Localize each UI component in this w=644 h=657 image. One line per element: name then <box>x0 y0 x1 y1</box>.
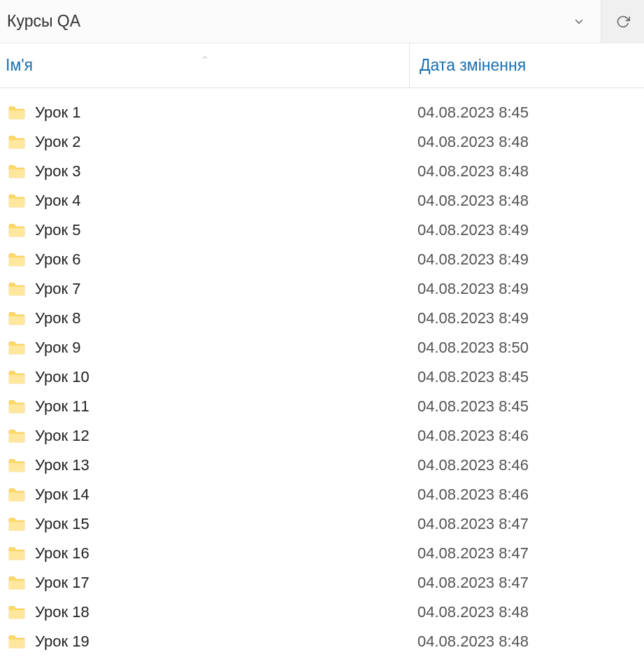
file-date: 04.08.2023 8:48 <box>417 603 644 621</box>
list-item[interactable]: Урок 204.08.2023 8:48 <box>0 127 644 157</box>
file-date: 04.08.2023 8:49 <box>417 250 644 269</box>
file-name: Урок 9 <box>35 339 80 357</box>
list-item[interactable]: Урок 1304.08.2023 8:46 <box>0 451 644 480</box>
folder-icon <box>8 341 25 355</box>
list-item[interactable]: Урок 604.08.2023 8:49 <box>0 245 644 274</box>
folder-icon <box>8 458 25 472</box>
file-name: Урок 12 <box>35 427 90 445</box>
folder-icon <box>8 106 25 120</box>
list-item[interactable]: Урок 1904.08.2023 8:48 <box>0 627 644 656</box>
folder-icon <box>8 635 25 649</box>
file-name-cell: Урок 10 <box>0 368 417 386</box>
column-date-label: Дата змінення <box>420 56 526 75</box>
file-date: 04.08.2023 8:50 <box>417 339 644 357</box>
folder-icon <box>8 488 25 502</box>
file-name-cell: Урок 9 <box>0 339 417 357</box>
file-name: Урок 13 <box>35 456 90 474</box>
file-name-cell: Урок 17 <box>0 574 417 592</box>
file-name-cell: Урок 5 <box>0 221 417 239</box>
folder-icon <box>8 400 25 414</box>
list-item[interactable]: Урок 1004.08.2023 8:45 <box>0 362 644 392</box>
file-date: 04.08.2023 8:49 <box>417 280 644 298</box>
file-name-cell: Урок 19 <box>0 633 417 651</box>
refresh-icon <box>616 15 630 29</box>
file-name: Урок 11 <box>35 397 90 416</box>
list-item[interactable]: Урок 1604.08.2023 8:47 <box>0 539 644 568</box>
file-name-cell: Урок 14 <box>0 486 417 504</box>
folder-icon <box>8 164 25 178</box>
file-name-cell: Урок 18 <box>0 603 417 621</box>
file-date: 04.08.2023 8:47 <box>417 515 644 533</box>
chevron-down-icon <box>573 15 585 28</box>
file-name-cell: Урок 4 <box>0 192 417 210</box>
list-item[interactable]: Урок 1204.08.2023 8:46 <box>0 421 644 451</box>
file-name-cell: Урок 13 <box>0 456 417 474</box>
file-name: Урок 1 <box>35 104 80 122</box>
file-name-cell: Урок 3 <box>0 162 417 181</box>
file-date: 04.08.2023 8:48 <box>417 633 644 651</box>
file-name-cell: Урок 7 <box>0 280 417 298</box>
list-item[interactable]: Урок 804.08.2023 8:49 <box>0 304 644 333</box>
list-item[interactable]: Урок 704.08.2023 8:49 <box>0 274 644 304</box>
folder-icon <box>8 282 25 296</box>
file-date: 04.08.2023 8:48 <box>417 133 644 151</box>
file-name-cell: Урок 1 <box>0 104 417 122</box>
file-date: 04.08.2023 8:46 <box>417 456 644 474</box>
file-name: Урок 3 <box>35 162 80 181</box>
file-name-cell: Урок 6 <box>0 250 417 269</box>
list-item[interactable]: Урок 1404.08.2023 8:46 <box>0 480 644 509</box>
file-date: 04.08.2023 8:45 <box>417 104 644 122</box>
folder-icon <box>8 429 25 443</box>
column-name-label: Ім'я <box>6 56 33 75</box>
file-date: 04.08.2023 8:48 <box>417 192 644 210</box>
column-header-name[interactable]: Ім'я <box>0 43 409 87</box>
file-name: Урок 4 <box>35 192 80 210</box>
columns-header: Ім'я Дата змінення <box>0 43 644 88</box>
list-item[interactable]: Урок 104.08.2023 8:45 <box>0 98 644 127</box>
folder-icon <box>8 253 25 267</box>
file-date: 04.08.2023 8:49 <box>417 221 644 239</box>
file-name: Урок 19 <box>35 633 90 651</box>
column-header-date[interactable]: Дата змінення <box>409 43 644 87</box>
dropdown-button[interactable] <box>557 0 601 43</box>
refresh-button[interactable] <box>601 0 644 43</box>
file-name: Урок 16 <box>35 544 90 563</box>
sort-ascending-icon <box>200 46 210 65</box>
list-item[interactable]: Урок 1704.08.2023 8:47 <box>0 568 644 598</box>
file-name: Урок 10 <box>35 368 90 386</box>
file-list: Урок 104.08.2023 8:45 Урок 204.08.2023 8… <box>0 88 644 656</box>
file-date: 04.08.2023 8:45 <box>417 368 644 386</box>
list-item[interactable]: Урок 904.08.2023 8:50 <box>0 333 644 362</box>
folder-icon <box>8 311 25 325</box>
list-item[interactable]: Урок 304.08.2023 8:48 <box>0 157 644 186</box>
folder-icon <box>8 370 25 384</box>
file-name: Урок 6 <box>35 250 80 269</box>
file-name-cell: Урок 12 <box>0 427 417 445</box>
path-title[interactable]: Курсы QA <box>0 12 557 31</box>
file-name-cell: Урок 8 <box>0 309 417 327</box>
file-name-cell: Урок 15 <box>0 515 417 533</box>
file-name: Урок 7 <box>35 280 80 298</box>
file-name-cell: Урок 11 <box>0 397 417 416</box>
folder-icon <box>8 194 25 208</box>
folder-icon <box>8 546 25 560</box>
file-date: 04.08.2023 8:46 <box>417 427 644 445</box>
list-item[interactable]: Урок 404.08.2023 8:48 <box>0 186 644 216</box>
file-name-cell: Урок 2 <box>0 133 417 151</box>
file-date: 04.08.2023 8:48 <box>417 162 644 181</box>
file-name: Урок 8 <box>35 309 80 327</box>
file-name: Урок 15 <box>35 515 90 533</box>
list-item[interactable]: Урок 1504.08.2023 8:47 <box>0 509 644 539</box>
file-date: 04.08.2023 8:46 <box>417 486 644 504</box>
file-name: Урок 14 <box>35 486 90 504</box>
list-item[interactable]: Урок 504.08.2023 8:49 <box>0 216 644 245</box>
folder-icon <box>8 223 25 237</box>
file-name: Урок 18 <box>35 603 90 621</box>
file-date: 04.08.2023 8:49 <box>417 309 644 327</box>
folder-icon <box>8 135 25 149</box>
file-date: 04.08.2023 8:47 <box>417 544 644 563</box>
list-item[interactable]: Урок 1804.08.2023 8:48 <box>0 598 644 627</box>
list-item[interactable]: Урок 1104.08.2023 8:45 <box>0 392 644 421</box>
folder-icon <box>8 517 25 531</box>
file-name: Урок 5 <box>35 221 80 239</box>
